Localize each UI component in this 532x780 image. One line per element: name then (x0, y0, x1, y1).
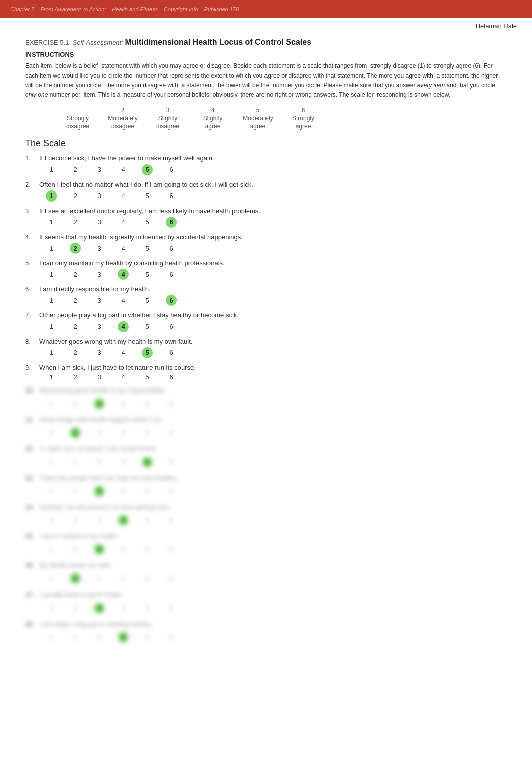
blurred-question-12: 12.If I take care of myself I can avoid … (25, 444, 507, 467)
question-text-2: Often I feel that no matter what I do, i… (39, 180, 507, 189)
answer-option-9-3[interactable]: 3 (87, 373, 111, 381)
answer-option-2-3[interactable]: 3 (87, 192, 111, 200)
question-row-3: 3.If I see an excellent doctor regularly… (25, 207, 507, 216)
scale-label-5: Moderatelyagree (235, 115, 281, 130)
question-row-5: 5.I can only maintain my health by consu… (25, 259, 507, 268)
topbar-text-4: Copyright Info (164, 6, 198, 12)
answer-option-8-4[interactable]: 4 (111, 349, 135, 356)
answer-option-4-4[interactable]: 4 (111, 245, 135, 252)
answer-option-9-1[interactable]: 1 (39, 373, 63, 381)
answer-option-8-1[interactable]: 1 (39, 349, 63, 356)
author-name: Helaman Hale (0, 18, 532, 32)
blurred-num-8: 18. (25, 620, 39, 628)
scale-label-6: Stronglyagree (281, 115, 326, 130)
instructions-text: Each item below is a belief statement wi… (25, 61, 507, 100)
answer-option-7-2[interactable]: 2 (63, 323, 87, 330)
question-row-7: 7.Other people play a big part in whethe… (25, 311, 507, 320)
answer-option-6-4[interactable]: 4 (111, 297, 135, 304)
blurred-answers-6: 123456 (25, 573, 507, 584)
answer-row-8: 123456 (25, 347, 507, 358)
answer-option-6-1[interactable]: 1 (39, 297, 63, 304)
blurred-question-11: 11.Good things with health happen when I… (25, 415, 507, 438)
question-text-6: I am directly responsible for my health. (39, 285, 507, 294)
answer-option-5-1[interactable]: 1 (39, 271, 63, 278)
answer-option-9-2[interactable]: 2 (63, 373, 87, 381)
answer-option-4-3[interactable]: 3 (87, 245, 111, 252)
answer-option-3-3[interactable]: 3 (87, 218, 111, 226)
answer-option-3-4[interactable]: 4 (111, 218, 135, 226)
blurred-text-1: Good things with health happen when I do… (39, 415, 507, 424)
answer-option-2-5[interactable]: 5 (135, 192, 159, 200)
blurred-num-6: 16. (25, 561, 39, 569)
answer-option-4-6[interactable]: 6 (159, 245, 183, 252)
question-text-9: When I am sick, I just have to let natur… (39, 363, 507, 372)
blurred-answers-2: 123456 (25, 457, 507, 468)
answer-option-9-6[interactable]: 6 (159, 373, 183, 381)
blurred-answers-3: 123456 (25, 486, 507, 497)
answer-option-6-2[interactable]: 2 (63, 297, 87, 304)
answer-option-2-1[interactable]: 1 (39, 190, 63, 202)
answer-option-3-5[interactable]: 5 (135, 218, 159, 226)
answer-option-5-4[interactable]: 4 (111, 269, 135, 280)
answer-option-7-1[interactable]: 1 (39, 323, 63, 330)
answer-option-8-2[interactable]: 2 (63, 349, 87, 356)
scale-num-5: 5 (235, 107, 281, 114)
answer-option-2-6[interactable]: 6 (159, 192, 183, 200)
question-text-3: If I see an excellent doctor regularly, … (39, 207, 507, 216)
question-number-2: 2. (25, 180, 39, 188)
answer-row-4: 123456 (25, 243, 507, 254)
question-number-1: 1. (25, 154, 39, 162)
blurred-question-13: 13.There are people who can help me stay… (25, 474, 507, 497)
answer-option-9-5[interactable]: 5 (135, 373, 159, 381)
answer-option-7-6[interactable]: 6 (159, 323, 183, 330)
answer-option-1-4[interactable]: 4 (111, 166, 135, 173)
answer-option-3-2[interactable]: 2 (63, 218, 87, 226)
answer-row-1: 123456 (25, 164, 507, 175)
blurred-text-4: Nothing I do will prevent me from gettin… (39, 503, 507, 512)
answer-option-3-1[interactable]: 1 (39, 218, 63, 226)
question-block-6: 6.I am directly responsible for my healt… (25, 285, 507, 306)
blurred-num-3: 13. (25, 474, 39, 482)
answer-option-1-1[interactable]: 1 (39, 166, 63, 173)
question-row-1: 1.If I become sick, I have the power to … (25, 154, 507, 163)
blurred-question-10: 10.Maintaining good health is my respons… (25, 386, 507, 409)
blurred-text-2: If I take care of myself I can avoid ill… (39, 444, 507, 453)
answer-option-2-2[interactable]: 2 (63, 192, 87, 200)
topbar-text-2: From Awareness to Action: (40, 6, 106, 12)
question-number-4: 4. (25, 233, 39, 241)
answer-option-9-4[interactable]: 4 (111, 373, 135, 381)
blurred-answers-8: 123456 (25, 632, 507, 643)
answer-option-3-6[interactable]: 6 (159, 217, 183, 228)
answer-option-4-1[interactable]: 1 (39, 245, 63, 252)
question-block-3: 3.If I see an excellent doctor regularly… (25, 207, 507, 228)
answer-option-8-6[interactable]: 6 (159, 349, 183, 356)
answer-option-5-2[interactable]: 2 (63, 271, 87, 278)
answer-option-1-2[interactable]: 2 (63, 166, 87, 173)
question-row-9: 9.When I am sick, I just have to let nat… (25, 363, 507, 372)
answer-option-5-3[interactable]: 3 (87, 271, 111, 278)
blurred-num-1: 11. (25, 415, 39, 423)
answer-option-8-5[interactable]: 5 (135, 347, 159, 358)
answer-option-1-6[interactable]: 6 (159, 166, 183, 173)
answer-option-1-5[interactable]: 5 (135, 164, 159, 175)
answer-option-7-5[interactable]: 5 (135, 323, 159, 330)
answer-option-5-5[interactable]: 5 (135, 271, 159, 278)
answer-option-4-5[interactable]: 5 (135, 245, 159, 252)
blurred-answers-4: 123456 (25, 515, 507, 526)
answer-option-8-3[interactable]: 3 (87, 349, 111, 356)
question-text-8: Whatever goes wrong with my health is my… (39, 337, 507, 346)
answer-option-7-4[interactable]: 4 (111, 321, 135, 332)
question-number-9: 9. (25, 363, 39, 371)
blurred-text-7: I usually keep in good shape. (39, 590, 507, 599)
answer-option-2-4[interactable]: 4 (111, 192, 135, 200)
answer-option-6-3[interactable]: 3 (87, 297, 111, 304)
answer-option-6-6[interactable]: 6 (159, 295, 183, 306)
answer-option-5-6[interactable]: 6 (159, 271, 183, 278)
question-number-8: 8. (25, 337, 39, 345)
answer-option-1-3[interactable]: 3 (87, 166, 111, 173)
answer-option-4-2[interactable]: 2 (63, 243, 87, 254)
answer-option-7-3[interactable]: 3 (87, 323, 111, 330)
scale-numbers-row: 2 3 4 5 6 (25, 107, 507, 114)
answer-option-6-5[interactable]: 5 (135, 297, 159, 304)
blurred-answers-0: 123456 (25, 398, 507, 409)
